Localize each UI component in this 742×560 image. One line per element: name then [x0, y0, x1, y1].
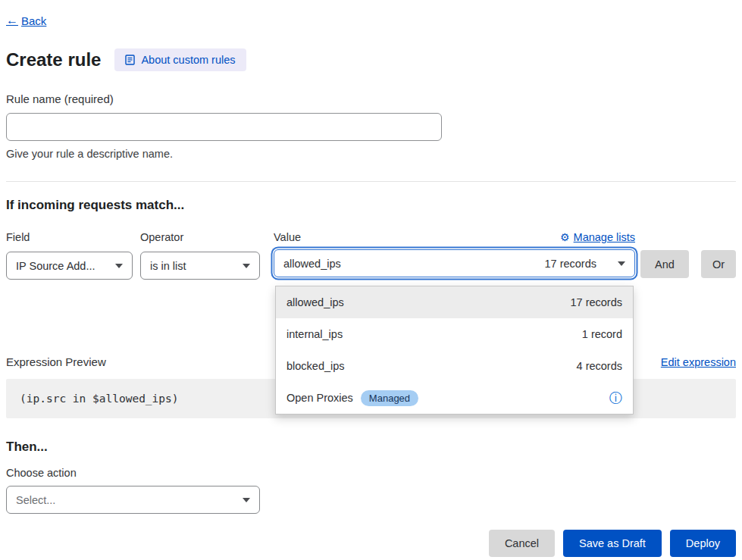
- docs-icon: [125, 55, 135, 65]
- chevron-down-icon: [243, 498, 250, 502]
- list-option-name: Open Proxies: [286, 392, 353, 404]
- rule-name-input[interactable]: [6, 113, 442, 141]
- value-header: Value ⚙ Manage lists: [274, 231, 635, 243]
- list-option-allowed-ips[interactable]: allowed_ips 17 records: [276, 286, 633, 318]
- create-rule-page: ←Back Create rule About custom rules Rul…: [0, 0, 742, 560]
- list-option-internal-ips[interactable]: internal_ips 1 record: [276, 318, 633, 350]
- then-section-heading: Then...: [6, 440, 736, 455]
- info-icon[interactable]: ⓘ: [609, 392, 622, 405]
- deploy-button[interactable]: Deploy: [670, 530, 736, 557]
- chevron-down-icon: [115, 264, 123, 268]
- manage-lists-label: Manage lists: [574, 231, 635, 243]
- about-badge-label: About custom rules: [141, 54, 235, 66]
- list-option-name: internal_ips: [286, 328, 343, 340]
- manage-lists-link[interactable]: ⚙ Manage lists: [560, 231, 635, 243]
- value-select-value: allowed_ips: [283, 258, 341, 270]
- back-link[interactable]: ←Back: [6, 14, 46, 27]
- operator-select-value: is in list: [150, 260, 186, 272]
- and-button[interactable]: And: [640, 250, 689, 278]
- edit-expression-link[interactable]: Edit expression: [661, 356, 736, 368]
- operator-column: Operator is in list: [140, 231, 260, 280]
- value-select-meta: 17 records: [544, 258, 596, 270]
- or-button[interactable]: Or: [701, 250, 736, 278]
- condition-row: Field IP Source Add... Operator is in li…: [6, 231, 736, 280]
- operator-select[interactable]: is in list: [140, 252, 260, 280]
- action-select-placeholder: Select...: [16, 494, 55, 506]
- rule-name-label: Rule name (required): [6, 92, 736, 105]
- list-option-meta: 1 record: [582, 328, 622, 340]
- field-select-value: IP Source Add...: [16, 260, 95, 272]
- list-option-left: Open Proxies Managed: [286, 390, 418, 406]
- value-label: Value: [274, 231, 301, 243]
- managed-badge: Managed: [361, 390, 418, 406]
- back-arrow-icon: ←: [6, 14, 18, 27]
- chevron-down-icon: [618, 261, 625, 266]
- list-option-open-proxies[interactable]: Open Proxies Managed ⓘ: [276, 382, 633, 414]
- action-select[interactable]: Select...: [6, 486, 260, 514]
- choose-action-label: Choose action: [6, 467, 736, 479]
- cancel-button[interactable]: Cancel: [489, 530, 555, 557]
- list-option-name: allowed_ips: [286, 296, 344, 308]
- field-column: Field IP Source Add...: [6, 231, 133, 280]
- list-option-meta: 4 records: [577, 360, 622, 372]
- list-dropdown-menu: allowed_ips 17 records internal_ips 1 re…: [275, 286, 634, 415]
- expression-code: (ip.src in $allowed_ips): [20, 393, 179, 405]
- title-row: Create rule About custom rules: [6, 48, 736, 71]
- page-title: Create rule: [6, 49, 101, 70]
- chevron-down-icon: [243, 264, 250, 268]
- section-divider: [6, 181, 736, 182]
- value-select-right: 17 records: [544, 258, 625, 270]
- footer-actions: Cancel Save as Draft Deploy: [6, 530, 736, 557]
- value-column: Value ⚙ Manage lists allowed_ips 17 reco…: [274, 231, 635, 277]
- list-option-meta: 17 records: [570, 296, 622, 308]
- back-link-label: Back: [21, 14, 46, 27]
- list-option-blocked-ips[interactable]: blocked_ips 4 records: [276, 350, 633, 382]
- field-label: Field: [6, 231, 133, 243]
- rule-name-helper: Give your rule a descriptive name.: [6, 148, 736, 160]
- gear-icon: ⚙: [560, 231, 570, 243]
- expression-preview-label: Expression Preview: [6, 355, 106, 368]
- value-select[interactable]: allowed_ips 17 records: [274, 249, 635, 277]
- match-section-heading: If incoming requests match...: [6, 198, 736, 213]
- operator-label: Operator: [140, 231, 260, 243]
- field-select[interactable]: IP Source Add...: [6, 252, 133, 280]
- about-custom-rules-link[interactable]: About custom rules: [114, 48, 246, 71]
- save-as-draft-button[interactable]: Save as Draft: [563, 530, 662, 557]
- list-option-name: blocked_ips: [286, 360, 345, 372]
